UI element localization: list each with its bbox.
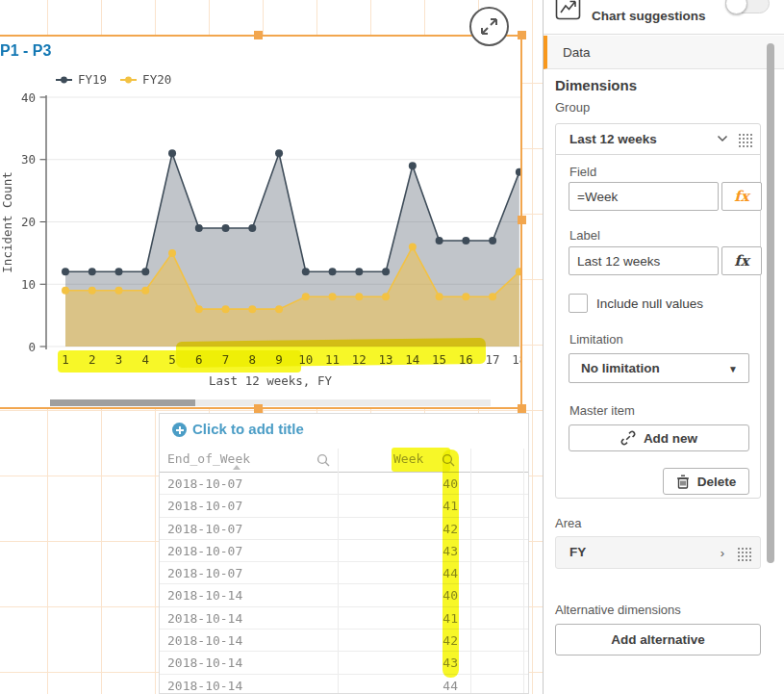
chart-widget[interactable]: 010203040123456789101112131415161718Last… (0, 36, 522, 409)
x-tick-label[interactable]: 6 (195, 352, 203, 367)
data-point-FY19[interactable] (355, 268, 363, 275)
data-point-FY19[interactable] (168, 149, 176, 157)
cell-end-of-week[interactable]: 2018-10-07 (167, 566, 242, 580)
cell-week[interactable]: 40 (443, 584, 458, 606)
data-point-FY20[interactable] (222, 305, 230, 313)
x-tick-label[interactable]: 7 (222, 352, 230, 367)
cell-week[interactable]: 40 (443, 473, 458, 495)
cell-week[interactable]: 43 (443, 540, 458, 562)
chevron-down-icon[interactable] (717, 135, 728, 142)
table-row[interactable]: 2018-10-0740 (160, 473, 528, 495)
data-point-FY20[interactable] (409, 243, 417, 250)
table-row[interactable]: 2018-10-1441 (160, 607, 528, 630)
data-point-FY19[interactable] (195, 224, 203, 232)
table-row[interactable]: 2018-10-1444 (160, 675, 528, 694)
data-point-FY20[interactable] (382, 293, 390, 300)
field-input[interactable] (569, 182, 719, 211)
expand-button[interactable] (469, 7, 509, 46)
incident-area-chart[interactable]: 010203040123456789101112131415161718Last… (0, 36, 522, 409)
data-point-FY20[interactable] (141, 287, 149, 295)
cell-end-of-week[interactable]: 2018-10-14 (167, 679, 242, 693)
x-tick-label[interactable]: 3 (115, 352, 123, 367)
table-title-row[interactable]: Click to add title (160, 414, 528, 449)
cell-week[interactable]: 44 (443, 562, 458, 584)
add-title-plus-icon[interactable] (172, 423, 187, 437)
cell-end-of-week[interactable]: 2018-10-07 (167, 476, 242, 491)
panel-scrollbar-thumb[interactable] (767, 43, 774, 563)
drag-handle-icon[interactable] (738, 133, 752, 147)
cell-week[interactable]: 41 (443, 495, 458, 517)
x-tick-label[interactable]: 17 (486, 352, 500, 367)
data-point-FY19[interactable] (516, 168, 522, 176)
cell-week[interactable]: 42 (443, 630, 458, 652)
data-point-FY20[interactable] (489, 293, 496, 300)
x-tick-label[interactable]: 10 (298, 352, 313, 367)
data-point-FY19[interactable] (141, 268, 149, 275)
data-point-FY20[interactable] (62, 287, 69, 295)
chart-suggestions-toggle[interactable] (725, 0, 770, 13)
table-row[interactable]: 2018-10-0741 (160, 495, 528, 517)
x-tick-label[interactable]: 15 (432, 352, 446, 367)
data-point-FY20[interactable] (168, 249, 176, 257)
delete-button[interactable]: Delete (663, 468, 749, 495)
data-point-FY19[interactable] (115, 268, 123, 275)
x-tick-label[interactable]: 8 (249, 352, 257, 367)
data-point-FY19[interactable] (302, 268, 310, 275)
data-point-FY19[interactable] (329, 268, 337, 275)
x-tick-label[interactable]: 9 (275, 352, 283, 367)
table-widget[interactable]: Click to add title End_of_Week Week 2018… (159, 413, 529, 694)
resize-handle-top-center[interactable] (254, 31, 263, 39)
column-header-week[interactable]: Week (393, 451, 423, 466)
legend-item-FY20[interactable]: FY20 (119, 72, 171, 87)
data-point-FY20[interactable] (436, 293, 443, 300)
cell-end-of-week[interactable]: 2018-10-14 (167, 611, 242, 626)
resize-handle-right-middle[interactable] (518, 216, 526, 224)
dimension-group-header[interactable]: Last 12 weeks (556, 124, 760, 155)
data-point-FY19[interactable] (222, 224, 230, 232)
x-tick-label[interactable]: 18 (512, 352, 522, 367)
label-input[interactable] (569, 246, 719, 275)
resize-handle-top-right[interactable] (518, 31, 526, 39)
table-row[interactable]: 2018-10-0742 (160, 518, 528, 540)
chart-scrollbar[interactable] (50, 399, 491, 406)
tab-data[interactable]: Data (544, 36, 784, 69)
cell-end-of-week[interactable]: 2018-10-14 (167, 633, 242, 648)
column-header-end-of-week[interactable]: End_of_Week (167, 451, 250, 466)
include-null-checkbox[interactable] (569, 294, 588, 313)
table-row[interactable]: 2018-10-0744 (160, 562, 528, 584)
data-point-FY19[interactable] (89, 268, 96, 275)
search-icon[interactable] (316, 453, 330, 467)
data-point-FY20[interactable] (355, 293, 363, 300)
data-point-FY19[interactable] (248, 224, 256, 232)
table-row[interactable]: 2018-10-1442 (160, 630, 528, 652)
data-point-FY19[interactable] (275, 149, 283, 157)
add-new-button[interactable]: Add new (569, 424, 749, 451)
chart-scrollbar-thumb[interactable] (50, 399, 195, 406)
fx-expression-button[interactable]: fx (721, 246, 762, 275)
data-point-FY20[interactable] (462, 293, 469, 300)
x-tick-label[interactable]: 12 (352, 352, 367, 367)
cell-week[interactable]: 43 (443, 652, 458, 674)
table-row[interactable]: 2018-10-0743 (160, 540, 528, 562)
resize-handle-bottom-right[interactable] (518, 404, 526, 413)
resize-handle-bottom-center[interactable] (254, 404, 263, 413)
cell-week[interactable]: 41 (443, 607, 458, 630)
table-row[interactable]: 2018-10-1440 (160, 584, 528, 606)
drag-handle-icon[interactable] (737, 547, 751, 561)
x-tick-label[interactable]: 2 (89, 352, 96, 367)
x-tick-label[interactable]: 14 (405, 352, 419, 367)
search-icon[interactable] (442, 453, 455, 467)
data-point-FY19[interactable] (489, 237, 496, 244)
table-title-placeholder[interactable]: Click to add title (192, 421, 304, 437)
x-tick-label[interactable]: 13 (379, 352, 393, 367)
cell-end-of-week[interactable]: 2018-10-14 (167, 588, 242, 603)
data-point-FY19[interactable] (62, 268, 69, 275)
data-point-FY20[interactable] (275, 305, 283, 313)
x-tick-label[interactable]: 1 (62, 352, 69, 367)
x-tick-label[interactable]: 11 (325, 352, 340, 367)
limitation-select[interactable]: No limitation ▼ (569, 353, 749, 383)
data-point-FY20[interactable] (89, 287, 96, 295)
fx-expression-button[interactable]: fx (721, 182, 762, 211)
cell-week[interactable]: 44 (443, 675, 458, 694)
sheet-canvas[interactable]: 010203040123456789101112131415161718Last… (0, 0, 543, 694)
